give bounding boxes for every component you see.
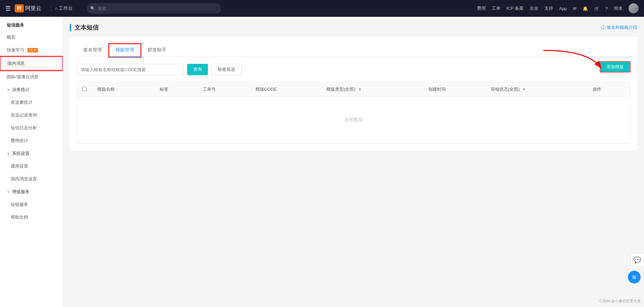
sidebar-item-short-link[interactable]: 短链服务	[0, 198, 63, 211]
sidebar-section-title: 短信服务	[0, 17, 63, 31]
search-input[interactable]	[87, 3, 221, 14]
sidebar-item-label: 短链服务	[11, 202, 28, 208]
float-apps-button[interactable]: ⊞	[628, 271, 641, 283]
query-button[interactable]: 查询	[187, 64, 208, 75]
page-header: 文本短信 ⓘ 签名和模板介绍	[70, 24, 637, 32]
nav-cart-icon[interactable]: 🛒	[594, 6, 599, 11]
col-status-header[interactable]: 审核状态(全部) ▼	[485, 82, 587, 97]
home-icon: ⌂	[55, 6, 57, 11]
no-data-cell: 没有数据	[77, 97, 630, 143]
watermark: CSDN @小康也想变大佬	[600, 299, 641, 304]
filter-button[interactable]: 标签筛选	[211, 64, 241, 75]
nav-icp[interactable]: ICP 备案	[506, 5, 524, 11]
top-nav: ☰ 阿 阿里云 ⌂ 工作台 费用 工单 ICP 备案 企业 支持 App ✉ 🔔…	[0, 0, 644, 17]
header-intro-link[interactable]: ⓘ 签名和模板介绍	[601, 25, 637, 31]
arrow-down-icon: ▼	[7, 190, 10, 194]
sidebar-item-label: 国际/港澳台消息	[7, 74, 39, 80]
tab-broadcast[interactable]: 群发助手	[141, 44, 173, 57]
nav-help-icon[interactable]: ?	[605, 6, 608, 11]
sidebar-item-international[interactable]: 国际/港澳台消息	[0, 71, 63, 83]
workbench-label: 工作台	[59, 5, 73, 11]
search-bar: 查询 标签筛选	[76, 64, 631, 75]
sidebar-item-label: 帮助文档	[11, 214, 28, 220]
user-avatar[interactable]	[629, 3, 639, 13]
tab-label: 模版管理	[115, 47, 134, 52]
nav-language[interactable]: 简体	[614, 5, 623, 11]
table-header-row: 模版名称 标签 工单号 模版CODE 模版类型(全部) ▼ 创建时间 审核状态(…	[77, 82, 630, 97]
col-type-header[interactable]: 模版类型(全部) ▼	[321, 82, 423, 97]
sidebar-item-fee-stats[interactable]: 费用统计	[0, 134, 63, 147]
sidebar-item-label: 费用统计	[11, 138, 28, 144]
col-name-header: 模版名称	[92, 82, 154, 97]
sidebar-item-label: 概览	[7, 34, 15, 40]
tab-signature[interactable]: 签名管理	[76, 44, 109, 57]
nav-support[interactable]: 支持	[544, 5, 553, 11]
select-all-checkbox[interactable]	[82, 87, 87, 91]
sidebar-item-quicklearn[interactable]: 快速学习 NEW	[0, 44, 63, 56]
chat-icon: 💬	[634, 256, 641, 264]
nav-ticket[interactable]: 工单	[492, 5, 500, 11]
sidebar-item-domestic-settings[interactable]: 国内消息设置	[0, 173, 63, 185]
nav-enterprise[interactable]: 企业	[530, 5, 538, 11]
col-ticket-header: 工单号	[197, 82, 250, 97]
arrow-down-icon: ▼	[7, 152, 10, 156]
tab-label: 群发助手	[148, 47, 166, 52]
sidebar-item-label: 快速学习	[7, 47, 24, 53]
sidebar-item-label: 通用设置	[11, 163, 28, 169]
float-chat-button[interactable]: 💬	[631, 253, 644, 267]
nav-mail-icon[interactable]: ✉	[573, 6, 577, 11]
title-bar-decoration	[70, 24, 71, 31]
page-title: 文本短信	[74, 24, 99, 32]
sidebar-group-label: 增值服务	[12, 189, 30, 195]
sidebar: 短信服务 概览 快速学习 NEW 国内消息 国际/港澳台消息 ▼ 业务统计 发送…	[0, 17, 63, 307]
tabs: 签名管理 模版管理 群发助手	[76, 44, 631, 57]
data-table: 模版名称 标签 工单号 模版CODE 模版类型(全部) ▼ 创建时间 审核状态(…	[76, 82, 631, 144]
filter-type-icon: ▼	[358, 87, 362, 91]
info-icon: ⓘ	[601, 25, 605, 31]
col-action-header: 操作	[587, 82, 630, 97]
nav-right: 费用 工单 ICP 备案 企业 支持 App ✉ 🔔 🛒 ? 简体	[477, 3, 639, 13]
sidebar-item-general-settings[interactable]: 通用设置	[0, 160, 63, 173]
header-link-label: 签名和模板介绍	[607, 25, 637, 31]
sidebar-group-value-added[interactable]: ▼ 增值服务	[0, 185, 63, 198]
search-area	[87, 3, 221, 14]
sidebar-item-label: 短信日志分析	[11, 125, 37, 131]
arrow-down-icon: ▼	[7, 88, 10, 92]
filter-status-icon: ▼	[522, 87, 526, 91]
sidebar-group-label: 业务统计	[12, 87, 30, 93]
workbench-link[interactable]: ⌂ 工作台	[51, 5, 77, 11]
apps-icon: ⊞	[632, 274, 636, 280]
sidebar-item-label: 发送量统计	[11, 99, 33, 105]
sidebar-item-domestic[interactable]: 国内消息	[0, 56, 63, 71]
nav-bell-icon[interactable]: 🔔	[583, 6, 588, 11]
col-tag-header: 标签	[154, 82, 197, 97]
sidebar-item-label: 国内消息	[7, 60, 25, 67]
new-badge: NEW	[28, 48, 38, 52]
main-content: 文本短信 ⓘ 签名和模板介绍 签名管理 模版管理 群发助手	[63, 17, 644, 307]
sidebar-item-sms-log[interactable]: 短信日志分析	[0, 122, 63, 134]
nav-app[interactable]: App	[559, 6, 567, 11]
sidebar-item-label: 国内消息设置	[11, 176, 37, 182]
sidebar-item-help-docs[interactable]: 帮助文档	[0, 211, 63, 224]
sidebar-group-label: 系统设置	[12, 150, 30, 157]
logo-icon: 阿	[15, 4, 24, 12]
sidebar-item-send-records[interactable]: 发送记录查询	[0, 109, 63, 122]
col-code-header: 模版CODE	[250, 82, 321, 97]
template-search-input[interactable]	[76, 64, 184, 75]
tab-template[interactable]: 模版管理	[109, 44, 141, 57]
no-data-row: 没有数据	[77, 97, 630, 143]
nav-fee[interactable]: 费用	[477, 5, 486, 11]
sidebar-group-system-settings[interactable]: ▼ 系统设置	[0, 147, 63, 160]
main-layout: 短信服务 概览 快速学习 NEW 国内消息 国际/港澳台消息 ▼ 业务统计 发送…	[0, 17, 644, 307]
page-title-wrap: 文本短信	[70, 24, 99, 32]
sidebar-item-label: 发送记录查询	[11, 112, 37, 118]
logo-text: 阿里云	[25, 5, 41, 12]
logo: 阿 阿里云	[15, 4, 41, 12]
sidebar-group-business-stats[interactable]: ▼ 业务统计	[0, 83, 63, 96]
content-card: 签名管理 模版管理 群发助手 查询 标签筛选 添加模版	[70, 37, 637, 150]
sidebar-item-send-stats[interactable]: 发送量统计	[0, 96, 63, 109]
col-time-header: 创建时间	[423, 82, 485, 97]
add-template-button[interactable]: 添加模版	[600, 61, 631, 73]
hamburger-menu[interactable]: ☰	[5, 5, 11, 12]
sidebar-item-overview[interactable]: 概览	[0, 31, 63, 44]
